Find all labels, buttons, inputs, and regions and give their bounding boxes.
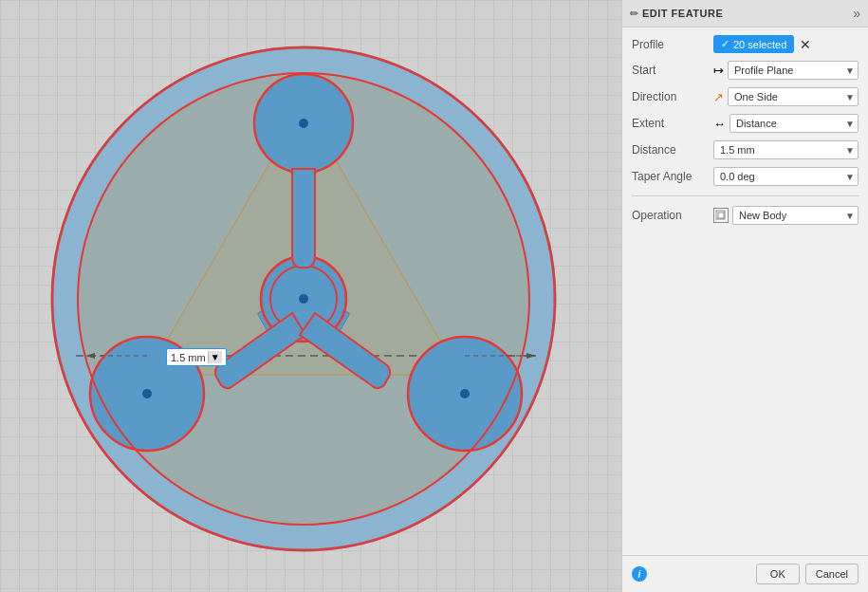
start-row: Start ↦ Profile Plane ▼ (632, 61, 859, 80)
extent-row: Extent ↔ Distance ▼ (632, 114, 859, 133)
profile-selected-btn[interactable]: ✓ 20 selected (713, 35, 794, 53)
distance-select[interactable]: 1.5 mm (713, 140, 859, 159)
panel-body: Profile ✓ 20 selected ✕ Start ↦ Profile … (622, 28, 868, 232)
taper-value: 0.0 deg ▼ (713, 167, 859, 186)
svg-point-16 (460, 389, 470, 398)
panel-header: ✏ EDIT FEATURE » (622, 0, 868, 28)
taper-select[interactable]: 0.0 deg (713, 167, 859, 186)
direction-select-wrapper: One Side ▼ (728, 87, 859, 106)
start-select-wrapper: Profile Plane ▼ (728, 61, 859, 80)
extent-label: Extent (632, 117, 708, 130)
panel-title: EDIT FEATURE (642, 8, 723, 19)
taper-select-wrapper: 0.0 deg ▼ (713, 167, 859, 186)
extent-select-wrapper: Distance ▼ (729, 114, 859, 133)
extent-icon: ↔ (713, 117, 726, 131)
profile-count-text: 20 selected (733, 39, 786, 50)
ok-button[interactable]: OK (756, 564, 800, 584)
start-select[interactable]: Profile Plane (728, 61, 859, 80)
operation-label: Operation (632, 209, 708, 222)
operation-select[interactable]: New Body (732, 206, 859, 225)
footer-left: i (632, 566, 647, 582)
distance-select-wrapper: 1.5 mm ▼ (713, 140, 859, 159)
profile-close-btn[interactable]: ✕ (798, 37, 813, 52)
operation-select-wrapper: New Body ▼ (732, 206, 859, 225)
profile-label: Profile (632, 38, 708, 51)
canvas-area[interactable]: 0 (0, 0, 621, 592)
svg-point-10 (299, 294, 308, 304)
profile-value: ✓ 20 selected ✕ (713, 35, 859, 53)
svg-rect-24 (718, 213, 724, 218)
direction-select[interactable]: One Side (728, 87, 859, 106)
start-value: ↦ Profile Plane ▼ (713, 61, 859, 80)
distance-row: Distance 1.5 mm ▼ (632, 140, 859, 159)
operation-row: Operation New Body ▼ (632, 206, 859, 225)
extent-value: ↔ Distance ▼ (713, 114, 859, 133)
panel-header-left: ✏ EDIT FEATURE (630, 8, 723, 20)
direction-value: ↗ One Side ▼ (713, 87, 859, 106)
direction-icon: ↗ (713, 90, 724, 104)
cancel-button[interactable]: Cancel (805, 564, 859, 584)
footer-row: i OK Cancel (622, 555, 868, 592)
start-label: Start (632, 64, 708, 77)
taper-label: Taper Angle (632, 170, 708, 183)
operation-value: New Body ▼ (713, 206, 859, 225)
taper-row: Taper Angle 0.0 deg ▼ (632, 167, 859, 186)
edit-pencil-icon: ✏ (630, 8, 638, 20)
info-icon[interactable]: i (632, 566, 647, 582)
distance-tooltip[interactable]: 1.5 mm ▼ (166, 348, 227, 366)
distance-value: 1.5 mm ▼ (713, 140, 859, 159)
profile-checkmark-icon: ✓ (721, 38, 729, 50)
direction-row: Direction ↗ One Side ▼ (632, 87, 859, 106)
separator (632, 195, 859, 196)
profile-row: Profile ✓ 20 selected ✕ (632, 35, 859, 53)
right-panel: ✏ EDIT FEATURE » Profile ✓ 20 selected ✕… (621, 0, 868, 592)
svg-point-12 (299, 119, 308, 128)
footer-buttons: OK Cancel (756, 564, 859, 584)
new-body-icon (713, 208, 729, 223)
tooltip-dropdown-btn[interactable]: ▼ (208, 351, 222, 363)
info-text: i (638, 569, 641, 580)
expand-icon[interactable]: » (853, 6, 860, 21)
start-icon: ↦ (713, 64, 724, 78)
tooltip-value: 1.5 mm (171, 352, 206, 363)
distance-label: Distance (632, 143, 708, 157)
extent-select[interactable]: Distance (729, 114, 859, 133)
direction-label: Direction (632, 90, 708, 103)
svg-point-14 (142, 389, 152, 398)
